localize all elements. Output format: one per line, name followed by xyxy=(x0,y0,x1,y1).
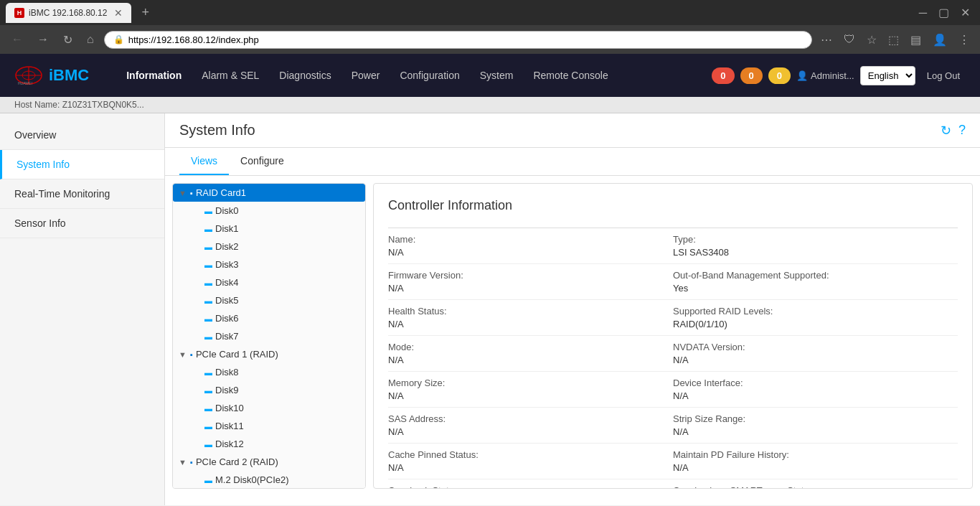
hostname-text: Host Name: Z10Z31TXBQN0K5... xyxy=(14,100,144,110)
tree-node-disk7[interactable]: ▬ Disk7 xyxy=(187,327,365,345)
tree-label-disk8: Disk8 xyxy=(215,367,359,378)
hostname-bar: Host Name: Z10Z31TXBQN0K5... xyxy=(0,97,980,113)
shield-icon[interactable]: 🛡 xyxy=(841,32,858,47)
tree-label-disk5: Disk5 xyxy=(215,295,359,306)
forward-button[interactable]: → xyxy=(33,32,53,47)
reading-view-icon[interactable]: ▤ xyxy=(908,32,924,48)
nav-power[interactable]: Power xyxy=(343,64,389,87)
sidebar-item-system-info[interactable]: System Info xyxy=(0,150,164,179)
info-label-firmware: Firmware Version: xyxy=(388,270,673,281)
tab-close-button[interactable]: ✕ xyxy=(114,7,123,19)
app-title: iBMC xyxy=(49,66,89,85)
help-icon[interactable]: ? xyxy=(958,123,966,139)
minimize-button[interactable]: ─ xyxy=(915,6,931,19)
extensions-icon[interactable]: ⋮ xyxy=(956,32,973,48)
info-cell-copyback-smart: Copyback on SMART error State: N/A xyxy=(673,479,958,489)
address-bar: 🔒 xyxy=(104,31,812,49)
controller-info-title: Controller Information xyxy=(388,198,958,213)
window-controls: ─ ▢ ✕ xyxy=(915,6,974,19)
disk-icon-4: ▬ xyxy=(204,278,212,287)
tree-label-disk1: Disk1 xyxy=(215,223,359,234)
tree-node-pcie-card2[interactable]: ▼ ▪ PCIe Card 2 (RAID) ▬ M.2 Disk0(PCIe2… xyxy=(173,453,365,489)
info-value-health: N/A xyxy=(388,319,673,329)
tree-label-disk11: Disk11 xyxy=(215,421,359,431)
nav-remote-console[interactable]: Remote Console xyxy=(524,64,616,87)
browser-tab[interactable]: H iBMC 192.168.80.12 ✕ xyxy=(6,3,131,23)
info-value-cache-pinned: N/A xyxy=(388,462,673,473)
tree-node-pcie-card1-header[interactable]: ▼ ▪ PCIe Card 1 (RAID) xyxy=(173,345,365,363)
info-cell-copyback: Copyback State: N/A xyxy=(388,479,673,489)
profile-icon[interactable]: 👤 xyxy=(930,32,950,48)
header-actions: ↻ ? xyxy=(941,123,966,139)
disk-icon-6: ▬ xyxy=(204,314,212,323)
tree-node-pcie-card1[interactable]: ▼ ▪ PCIe Card 1 (RAID) ▬ Disk8 ▬ xyxy=(173,345,365,453)
info-label-strip-size: Strip Size Range: xyxy=(673,413,958,424)
bookmark-icon[interactable]: ☆ xyxy=(864,32,880,48)
nav-diagnostics[interactable]: Diagnostics xyxy=(270,64,339,87)
disk-icon-5: ▬ xyxy=(204,296,212,305)
controller-icon-pcie2: ▪ xyxy=(190,458,193,467)
refresh-icon[interactable]: ↻ xyxy=(941,123,951,139)
tree-node-disk1[interactable]: ▬ Disk1 xyxy=(187,220,365,238)
tree-node-disk12[interactable]: ▬ Disk12 xyxy=(187,435,365,453)
tab-views[interactable]: Views xyxy=(179,148,229,175)
tab-content: ▼ ▪ RAID Card1 ▬ Disk0 ▬ Disk xyxy=(165,176,980,496)
sidebar-item-sensor-info[interactable]: Sensor Info xyxy=(0,209,164,238)
tree-node-raid-card1[interactable]: ▼ ▪ RAID Card1 ▬ Disk0 ▬ Disk xyxy=(173,184,365,345)
info-label-raid-levels: Supported RAID Levels: xyxy=(673,306,958,317)
collections-icon[interactable]: ⬚ xyxy=(885,32,902,48)
tree-node-disk3[interactable]: ▬ Disk3 xyxy=(187,256,365,273)
tree-node-pcie-card2-header[interactable]: ▼ ▪ PCIe Card 2 (RAID) xyxy=(173,453,365,471)
info-label-mode: Mode: xyxy=(388,342,673,352)
tree-node-m2-disk0[interactable]: ▬ M.2 Disk0(PCIe2) xyxy=(187,471,365,489)
info-value-pd-failure: N/A xyxy=(673,462,958,473)
info-label-type: Type: xyxy=(673,234,958,245)
huawei-logo-icon: HUAWEI xyxy=(14,65,43,86)
info-label-memory: Memory Size: xyxy=(388,378,673,388)
close-window-button[interactable]: ✕ xyxy=(956,6,974,19)
tree-node-disk4[interactable]: ▬ Disk4 xyxy=(187,273,365,291)
tree-node-raid-card1-header[interactable]: ▼ ▪ RAID Card1 xyxy=(173,184,365,202)
maximize-button[interactable]: ▢ xyxy=(934,6,953,19)
sidebar-item-realtime-monitoring[interactable]: Real-Time Monitoring xyxy=(0,179,164,209)
nav-configuration[interactable]: Configuration xyxy=(391,64,468,87)
url-input[interactable] xyxy=(128,34,803,45)
lock-icon: 🔒 xyxy=(113,34,124,44)
expand-icon-raid-card1: ▼ xyxy=(179,189,187,197)
info-value-memory: N/A xyxy=(388,390,673,401)
sidebar-item-overview[interactable]: Overview xyxy=(0,121,164,150)
tree-node-disk8[interactable]: ▬ Disk8 xyxy=(187,363,365,381)
disk-icon-11: ▬ xyxy=(204,422,212,431)
tree-node-disk0[interactable]: ▬ Disk0 xyxy=(187,202,365,220)
sidebar: Overview System Info Real-Time Monitorin… xyxy=(0,113,165,505)
reload-button[interactable]: ↻ xyxy=(59,32,77,48)
info-cell-strip-size: Strip Size Range: N/A xyxy=(673,408,958,444)
tree-node-disk2[interactable]: ▬ Disk2 xyxy=(187,238,365,256)
tree-node-disk11[interactable]: ▬ Disk11 xyxy=(187,417,365,435)
m2-disk-icon-0: ▬ xyxy=(204,476,212,484)
home-button[interactable]: ⌂ xyxy=(83,32,98,47)
tree-node-disk6[interactable]: ▬ Disk6 xyxy=(187,309,365,327)
page-title: System Info xyxy=(179,122,255,139)
tree-label-m2-disk0: M.2 Disk0(PCIe2) xyxy=(215,474,359,485)
user-icon: 👤 xyxy=(796,70,808,81)
new-tab-button[interactable]: + xyxy=(136,4,155,22)
user-area[interactable]: 👤 Administ... xyxy=(796,70,854,81)
badge-red[interactable]: 0 xyxy=(712,67,734,84)
nav-system[interactable]: System xyxy=(471,64,522,87)
language-selector[interactable]: English 中文 xyxy=(860,66,915,85)
nav-information[interactable]: Information xyxy=(118,64,190,87)
tree-node-disk5[interactable]: ▬ Disk5 xyxy=(187,291,365,309)
tree-node-disk10[interactable]: ▬ Disk10 xyxy=(187,399,365,417)
tree-node-disk9[interactable]: ▬ Disk9 xyxy=(187,381,365,399)
more-options-icon[interactable]: ⋯ xyxy=(818,32,835,48)
back-button[interactable]: ← xyxy=(7,32,27,47)
logout-button[interactable]: Log Out xyxy=(921,67,966,84)
badge-yellow[interactable]: 0 xyxy=(768,67,791,84)
badge-orange[interactable]: 0 xyxy=(740,67,763,84)
controller-info-grid: Name: N/A Type: LSI SAS3408 Firmware Ver… xyxy=(388,228,958,489)
controller-icon-pcie1: ▪ xyxy=(190,350,193,359)
nav-alarm-sel[interactable]: Alarm & SEL xyxy=(193,64,268,87)
tab-configure[interactable]: Configure xyxy=(229,148,296,175)
controller-icon: ▪ xyxy=(190,189,193,197)
